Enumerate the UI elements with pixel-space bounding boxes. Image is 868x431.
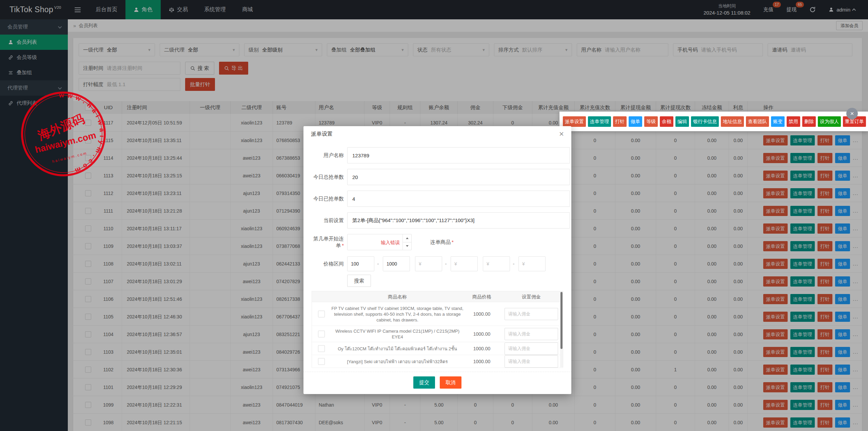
goods-commission-input[interactable] xyxy=(505,355,558,368)
chain-goods-label: 连单商品* xyxy=(430,234,454,250)
price-min-2[interactable] xyxy=(415,256,442,271)
action-button-查看团队[interactable]: 查看团队 xyxy=(746,116,769,127)
total-orders-field[interactable] xyxy=(347,169,570,185)
price-dash: - xyxy=(511,256,517,271)
close-panel-icon[interactable]: × xyxy=(846,108,858,119)
done-orders-label: 今日已抢单数 xyxy=(312,191,344,207)
price-range-label: 价格区间 xyxy=(312,256,344,272)
goods-price: 1000.00 xyxy=(464,346,500,351)
goods-price: 1000.00 xyxy=(464,359,500,364)
form-row-start-order: 第几单开始连单* 输入错误 连单商品* xyxy=(312,234,563,250)
form-row-current-setting: 当前设置 xyxy=(312,212,563,229)
required-asterisk: * xyxy=(452,239,454,245)
goods-name: Wireless CCTV WIFI IP Camera model C21(1… xyxy=(331,328,464,340)
action-button-禁用[interactable]: 禁用 xyxy=(787,116,800,127)
action-button-账变[interactable]: 账变 xyxy=(771,116,785,127)
total-orders-label: 今日总抢单数 xyxy=(312,169,344,185)
action-button-连单管理[interactable]: 连单管理 xyxy=(588,116,611,127)
current-setting-label: 当前设置 xyxy=(312,212,344,229)
goods-commission-input[interactable] xyxy=(505,342,558,355)
spinner-down-icon[interactable] xyxy=(403,242,411,250)
modal-header: 派单设置 × xyxy=(303,126,571,142)
cancel-button[interactable]: 取消 xyxy=(440,376,461,389)
goods-commission-input[interactable] xyxy=(505,328,558,340)
spinner-up-icon[interactable] xyxy=(403,234,411,242)
goods-table-header: 商品名称 商品价格 设置佣金 xyxy=(312,291,563,302)
modal-footer: 提交 取消 xyxy=(303,376,571,389)
action-button-做单[interactable]: 做单 xyxy=(629,116,642,127)
action-button-等级[interactable]: 等级 xyxy=(644,116,658,127)
price-dash: - xyxy=(443,256,449,271)
price-min-3[interactable] xyxy=(483,256,510,271)
form-row-done-orders: 今日已抢单数 xyxy=(312,191,563,207)
goods-name: [Yangzi] Seki เตาอบไฟฟ้า เตาอบ เตาอบไฟฟ้… xyxy=(331,358,464,364)
goods-checkbox[interactable] xyxy=(318,358,325,365)
modal-title: 派单设置 xyxy=(311,131,333,138)
action-button-余额[interactable]: 余额 xyxy=(660,116,673,127)
input-error-text: 输入错误 xyxy=(381,234,400,251)
start-order-label: 第几单开始连单* xyxy=(312,235,344,249)
form-row-price-range: 价格区间 - - - xyxy=(312,256,563,272)
goods-row: Oy โต๊ะ120CM โต๊ะทำงานไม้ โต๊ะคอมพิวเตอร… xyxy=(312,342,563,355)
start-order-field[interactable]: 输入错误 xyxy=(347,234,412,250)
price-max-3[interactable] xyxy=(518,256,546,271)
action-button-编辑[interactable]: 编辑 xyxy=(675,116,689,127)
username-label: 用户名称 xyxy=(312,147,344,163)
action-button-设为假人[interactable]: 设为假人 xyxy=(818,116,841,127)
form-row-goods-search: 搜索 xyxy=(312,275,563,291)
action-button-派单设置[interactable]: 派单设置 xyxy=(563,116,586,127)
goods-price: 1000.00 xyxy=(464,311,500,317)
form-row-username: 用户名称 xyxy=(312,147,563,163)
price-max-1[interactable] xyxy=(383,256,410,271)
row-actions-panel: 派单设置连单管理打针做单等级余额编辑银行卡信息地址信息查看团队账变禁用删除设为假… xyxy=(559,112,868,131)
action-button-地址信息[interactable]: 地址信息 xyxy=(721,116,744,127)
goods-checkbox[interactable] xyxy=(318,311,325,317)
action-button-银行卡信息[interactable]: 银行卡信息 xyxy=(691,116,719,127)
price-max-2[interactable] xyxy=(451,256,478,271)
goods-commission-input[interactable] xyxy=(505,308,558,320)
goods-checkbox[interactable] xyxy=(318,345,325,352)
form-row-total-orders: 今日总抢单数 xyxy=(312,169,563,185)
goods-search-button[interactable]: 搜索 xyxy=(347,275,371,287)
goods-scrollbar xyxy=(560,291,563,367)
action-button-删除[interactable]: 删除 xyxy=(802,116,816,127)
goods-checkbox[interactable] xyxy=(318,331,325,337)
username-field[interactable] xyxy=(347,147,570,163)
goods-name: FP TV cabinet TV shelf TV cabinet 190CM,… xyxy=(331,305,464,322)
modal-divider xyxy=(303,372,571,372)
current-setting-field[interactable] xyxy=(347,212,570,229)
goods-row: [Yangzi] Seki เตาอบไฟฟ้า เตาอบ เตาอบไฟฟ้… xyxy=(312,355,563,368)
goods-price-header: 商品价格 xyxy=(464,291,500,302)
price-dash: - xyxy=(375,256,381,271)
dispatch-settings-modal: 派单设置 × 用户名称 今日总抢单数 今日已抢单数 当前设置 第几单开始连单* … xyxy=(303,126,571,394)
goods-name-header: 商品名称 xyxy=(331,291,464,302)
submit-button[interactable]: 提交 xyxy=(413,376,435,389)
number-spinner[interactable] xyxy=(402,234,411,250)
goods-commission-header: 设置佣金 xyxy=(500,291,563,302)
goods-name: Oy โต๊ะ120CM โต๊ะทำงานไม้ โต๊ะคอมพิวเตอร… xyxy=(331,346,464,351)
action-button-打针[interactable]: 打针 xyxy=(613,116,627,127)
goods-table: 商品名称 商品价格 设置佣金 FP TV cabinet TV shelf TV… xyxy=(312,291,563,368)
goods-scrollbar-thumb[interactable] xyxy=(560,292,563,349)
goods-price: 1000.00 xyxy=(464,331,500,337)
price-min-1[interactable] xyxy=(347,256,374,271)
goods-row: FP TV cabinet TV shelf TV cabinet 190CM,… xyxy=(312,302,563,326)
close-icon[interactable]: × xyxy=(559,130,564,138)
required-asterisk: * xyxy=(342,242,344,248)
done-orders-field[interactable] xyxy=(347,191,570,207)
goods-row: Wireless CCTV WIFI IP Camera model C21(1… xyxy=(312,326,563,342)
